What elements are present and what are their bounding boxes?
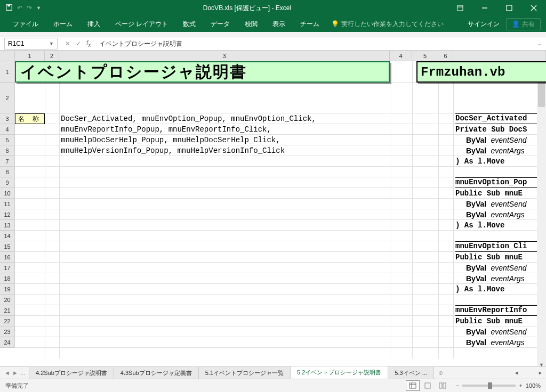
row-header[interactable]: 20: [0, 295, 15, 305]
row-header[interactable]: 7: [0, 156, 15, 167]
row-header[interactable]: 16: [0, 252, 15, 263]
sheet-nav-first-icon[interactable]: ◄: [4, 370, 10, 376]
add-sheet-icon[interactable]: ⊕: [434, 370, 447, 377]
proc-body[interactable]: ByVal eventSend: [466, 264, 527, 273]
close-icon[interactable]: [521, 0, 546, 16]
minimize-icon[interactable]: [472, 0, 497, 16]
zoom-in-icon[interactable]: +: [519, 382, 522, 389]
row-header[interactable]: 22: [0, 316, 15, 326]
sheet-tab[interactable]: 4.2Subプロシージャ説明書: [29, 366, 114, 379]
zoom-out-icon[interactable]: −: [456, 382, 459, 389]
save-icon[interactable]: [5, 4, 13, 13]
proc-sig[interactable]: Public Sub mnuE: [455, 253, 523, 262]
proc-sig[interactable]: Public Sub mnuE: [455, 189, 523, 198]
proc-footer[interactable]: ) As l.Move: [455, 221, 504, 230]
tab-team[interactable]: チーム: [293, 16, 327, 32]
scroll-left-icon[interactable]: ◄: [514, 370, 519, 375]
view-page-break-icon[interactable]: [436, 380, 449, 391]
horizontal-scrollbar[interactable]: ◄ ►: [514, 369, 546, 378]
sheet-nav-prev-icon[interactable]: ►: [12, 370, 18, 376]
formula-input[interactable]: イベントプロシージャ説明書: [95, 39, 533, 48]
row-header[interactable]: 13: [0, 220, 15, 231]
redo-icon[interactable]: ↷: [27, 4, 32, 12]
undo-icon[interactable]: ↶: [17, 4, 22, 12]
scroll-right-icon[interactable]: ►: [538, 370, 543, 375]
row-header[interactable]: 21: [0, 305, 15, 316]
col-header[interactable]: 4: [390, 51, 412, 61]
vertical-scrollbar[interactable]: ▲ ▼: [537, 72, 546, 369]
chevron-down-icon[interactable]: ▼: [49, 41, 54, 46]
row-header[interactable]: 8: [0, 167, 15, 177]
worksheet-grid[interactable]: 1 2 3 4 5 6 7 8 9 10 11 12 13 14 15 16 1…: [0, 61, 546, 358]
code-line[interactable]: mnuHelpVersionInfo_Popup, mnuHelpVersion…: [61, 146, 285, 155]
code-line[interactable]: mnuHelpDocSerHelp_Popup, mnuHelpDocSerHe…: [61, 136, 280, 144]
ribbon-options-icon[interactable]: [448, 0, 472, 16]
proc-header[interactable]: DocSer_Activated: [455, 113, 546, 124]
view-page-layout-icon[interactable]: [421, 380, 435, 391]
proc-body[interactable]: ByVal eventArgs: [466, 210, 525, 219]
tab-review[interactable]: 校閲: [237, 16, 265, 32]
select-all-corner[interactable]: [0, 51, 15, 61]
proc-header[interactable]: mnuEnvOption_Pop: [455, 177, 546, 188]
doc-title-cell[interactable]: イベントプロシージャ説明書: [15, 61, 390, 83]
col-header[interactable]: 2: [45, 51, 59, 61]
tell-me-search[interactable]: 💡 実行したい作業を入力してください: [331, 20, 444, 29]
row-header[interactable]: 23: [0, 326, 15, 337]
row-header[interactable]: 4: [0, 124, 15, 135]
cancel-formula-icon[interactable]: ✕: [65, 40, 70, 47]
code-line[interactable]: mnuEnvReportInfo_Popup, mnuEnvReportInfo…: [61, 125, 271, 134]
row-header[interactable]: 1: [0, 61, 15, 83]
row-header[interactable]: 2: [0, 83, 15, 113]
share-button[interactable]: 👤 共有: [506, 18, 541, 30]
sheet-tab-active[interactable]: 5.2イベントプロシージャ説明書: [290, 366, 388, 380]
proc-footer[interactable]: ) As l.Move: [455, 285, 504, 293]
proc-body[interactable]: ByVal eventArgs: [466, 146, 525, 156]
filename-cell[interactable]: Frmzuhan.vb: [416, 61, 546, 83]
proc-body[interactable]: ByVal eventSend: [466, 200, 527, 209]
zoom-slider-handle[interactable]: [488, 382, 492, 389]
tab-home[interactable]: ホーム: [46, 16, 80, 32]
name-label-cell[interactable]: 名 称: [15, 113, 45, 124]
row-header[interactable]: 17: [0, 263, 15, 273]
row-header[interactable]: 11: [0, 199, 15, 209]
col-header[interactable]: 6: [438, 51, 453, 61]
scroll-thumb[interactable]: [538, 80, 545, 107]
row-header[interactable]: 10: [0, 188, 15, 199]
formula-expand-icon[interactable]: ⌄: [533, 41, 546, 46]
row-header[interactable]: 19: [0, 284, 15, 295]
row-header[interactable]: 5: [0, 135, 15, 145]
sheet-tab[interactable]: 5.1イベントプロシージャ一覧: [198, 366, 291, 379]
signin-link[interactable]: サインイン: [468, 20, 500, 29]
tab-page-layout[interactable]: ページ レイアウト: [108, 16, 175, 32]
proc-body[interactable]: ByVal eventSend: [466, 328, 527, 337]
proc-header[interactable]: mnuEnvOption_Cli: [455, 241, 546, 252]
zoom-level[interactable]: 100%: [526, 382, 541, 389]
row-header[interactable]: 15: [0, 241, 15, 252]
accept-formula-icon[interactable]: ✓: [76, 40, 81, 47]
qat-dropdown-icon[interactable]: ▼: [36, 5, 41, 11]
maximize-icon[interactable]: [497, 0, 521, 16]
sheet-tab[interactable]: 4.3Subプロシージャ定義書: [114, 366, 199, 379]
row-header[interactable]: 6: [0, 145, 15, 156]
col-header[interactable]: 1: [15, 51, 45, 61]
sheet-nav-ellipsis[interactable]: ...: [20, 370, 25, 376]
cells-area[interactable]: イベントプロシージャ説明書 Frmzuhan.vb 名 称 DocSer_Act…: [15, 61, 546, 358]
col-header[interactable]: 5: [412, 51, 438, 61]
row-header[interactable]: 14: [0, 231, 15, 241]
zoom-slider[interactable]: [462, 385, 516, 387]
proc-header[interactable]: mnuEnvReportInfo: [455, 305, 546, 316]
tab-data[interactable]: データ: [203, 16, 237, 32]
row-header[interactable]: 18: [0, 273, 15, 284]
col-header[interactable]: 3: [59, 51, 390, 61]
code-line[interactable]: DocSer_Activated, mnuEnvOption_Popup, mn…: [61, 115, 316, 123]
tab-formulas[interactable]: 数式: [175, 16, 203, 32]
view-normal-icon[interactable]: [406, 380, 420, 391]
row-header[interactable]: 9: [0, 177, 15, 188]
proc-sig[interactable]: Private Sub DocS: [455, 125, 527, 134]
tab-file[interactable]: ファイル: [5, 16, 46, 32]
row-header[interactable]: 12: [0, 209, 15, 220]
proc-sig[interactable]: Public Sub mnuE: [455, 317, 523, 325]
fx-icon[interactable]: fx: [86, 39, 95, 48]
proc-body[interactable]: ByVal eventArgs: [466, 274, 525, 283]
tab-insert[interactable]: 挿入: [80, 16, 108, 32]
